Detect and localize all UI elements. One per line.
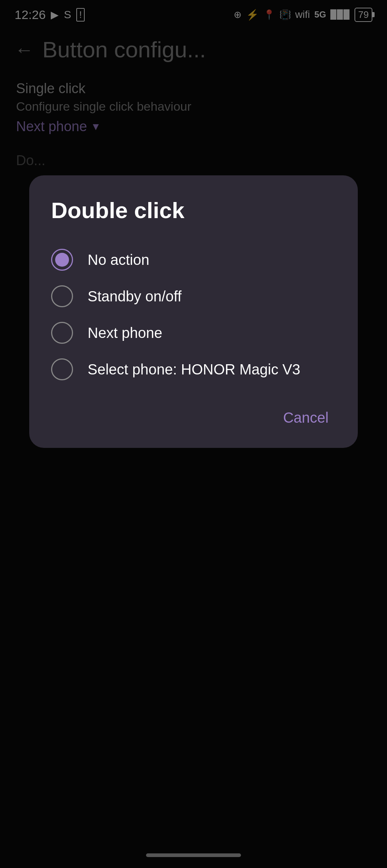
option-next-phone-label: Next phone	[88, 323, 162, 342]
home-indicator	[146, 853, 241, 857]
double-click-dialog: Double click No action Standby on/off Ne…	[29, 175, 358, 448]
radio-next-phone[interactable]	[51, 322, 73, 344]
radio-standby[interactable]	[51, 285, 73, 307]
option-next-phone[interactable]: Next phone	[51, 315, 336, 351]
dialog-title: Double click	[51, 197, 336, 223]
option-standby-label: Standby on/off	[88, 287, 181, 306]
cancel-button[interactable]: Cancel	[276, 406, 336, 430]
radio-no-action[interactable]	[51, 249, 73, 271]
option-select-phone-label: Select phone: HONOR Magic V3	[88, 360, 300, 379]
option-standby[interactable]: Standby on/off	[51, 278, 336, 315]
option-no-action[interactable]: No action	[51, 241, 336, 278]
dialog-actions: Cancel	[51, 402, 336, 430]
dialog-overlay: Double click No action Standby on/off Ne…	[0, 0, 387, 868]
option-select-phone[interactable]: Select phone: HONOR Magic V3	[51, 351, 336, 388]
radio-select-phone[interactable]	[51, 358, 73, 380]
option-no-action-label: No action	[88, 250, 149, 269]
